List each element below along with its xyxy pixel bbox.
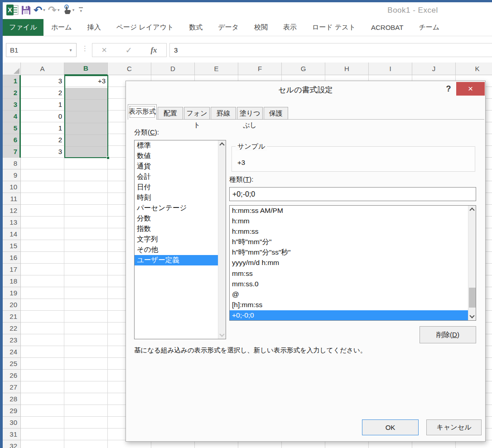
dialog-tab-1[interactable]: 配置	[158, 107, 183, 120]
confirm-entry-icon[interactable]: ✓	[125, 45, 132, 55]
format-item-4[interactable]: h"時"mm"分"ss"秒"	[230, 247, 468, 258]
ribbon-tab-8[interactable]: ACROBAT	[363, 19, 411, 36]
sheet-cell-B5[interactable]: +1	[64, 122, 108, 134]
row-header-19[interactable]: 19	[3, 287, 21, 299]
category-item-9[interactable]: 文字列	[135, 234, 218, 245]
touch-dropdown-icon[interactable]: ▾	[72, 8, 75, 12]
category-item-5[interactable]: 時刻	[135, 193, 218, 203]
format-item-6[interactable]: mm:ss	[230, 269, 468, 279]
row-header-26[interactable]: 26	[3, 370, 21, 381]
redo-dropdown-icon[interactable]: ▾	[58, 8, 60, 12]
category-scrollbar[interactable]	[218, 140, 226, 339]
dialog-tab-2[interactable]: フォント	[184, 107, 210, 120]
sheet-cell-B2[interactable]: +2	[64, 87, 108, 99]
column-header-C[interactable]: C	[108, 63, 151, 75]
scroll-down-icon[interactable]	[219, 332, 224, 337]
tab-file[interactable]: ファイル	[3, 19, 43, 36]
row-header-28[interactable]: 28	[3, 393, 21, 405]
column-header-I[interactable]: I	[369, 63, 412, 75]
category-item-4[interactable]: 日付	[135, 182, 218, 193]
column-header-H[interactable]: H	[325, 63, 369, 75]
cancel-button[interactable]: キャンセル	[426, 419, 482, 435]
row-header-15[interactable]: 15	[3, 240, 21, 252]
qat-customize-button[interactable]: ▾	[79, 7, 83, 13]
row-header-22[interactable]: 22	[3, 323, 21, 334]
ribbon-tab-7[interactable]: ロード テスト	[304, 19, 363, 36]
sheet-cell-A6[interactable]: 2	[21, 134, 64, 146]
dialog-tab-3[interactable]: 罫線	[211, 107, 236, 120]
format-item-3[interactable]: h"時"mm"分"	[230, 237, 468, 247]
touch-mode-button[interactable]: ▾	[63, 5, 75, 15]
row-header-18[interactable]: 18	[3, 275, 21, 287]
ribbon-tab-6[interactable]: 表示	[275, 19, 304, 36]
sheet-cell-A5[interactable]: 1	[21, 122, 64, 134]
column-header-B[interactable]: B	[64, 63, 108, 75]
row-header-31[interactable]: 31	[3, 429, 21, 440]
row-header-2[interactable]: 2	[3, 87, 21, 99]
category-item-0[interactable]: 標準	[135, 140, 218, 151]
sheet-cell-B6[interactable]: +2	[64, 134, 108, 146]
format-item-9[interactable]: [h]:mm:ss	[230, 300, 468, 310]
ribbon-tab-5[interactable]: 校閲	[246, 19, 275, 36]
sheet-cell-A3[interactable]: 1	[21, 99, 64, 111]
format-item-2[interactable]: h:mm:ss	[230, 226, 468, 237]
format-item-8[interactable]: @	[230, 289, 468, 300]
sheet-cell-B3[interactable]: +1	[64, 99, 108, 111]
format-item-5[interactable]: yyyy/m/d h:mm	[230, 258, 468, 268]
row-header-16[interactable]: 16	[3, 252, 21, 264]
ribbon-tab-1[interactable]: 挿入	[80, 19, 109, 36]
undo-dropdown-icon[interactable]: ▾	[43, 8, 45, 12]
row-header-25[interactable]: 25	[3, 358, 21, 370]
cancel-entry-icon[interactable]: ×	[101, 45, 107, 55]
column-header-G[interactable]: G	[282, 63, 325, 75]
category-listbox[interactable]: 標準数値通貨会計日付時刻パーセンテージ分数指数文字列その他ユーザー定義	[134, 140, 226, 339]
category-item-6[interactable]: パーセンテージ	[135, 203, 218, 213]
row-header-17[interactable]: 17	[3, 264, 21, 275]
format-item-0[interactable]: h:mm:ss AM/PM	[230, 206, 468, 216]
category-item-7[interactable]: 分数	[135, 213, 218, 224]
sheet-cell-B1[interactable]: +3	[64, 75, 108, 87]
scroll-up-icon[interactable]	[469, 207, 474, 212]
ribbon-tab-2[interactable]: ページ レイアウト	[109, 19, 182, 36]
formula-input[interactable]	[169, 43, 492, 57]
scroll-up-icon[interactable]	[219, 142, 224, 147]
row-header-11[interactable]: 11	[3, 193, 21, 205]
row-header-4[interactable]: 4	[3, 111, 21, 122]
column-header-E[interactable]: E	[195, 63, 238, 75]
ribbon-tab-4[interactable]: データ	[210, 19, 246, 36]
format-item-10[interactable]: +0;-0;0	[230, 310, 468, 321]
category-item-11[interactable]: ユーザー定義	[135, 255, 218, 265]
dialog-tab-0[interactable]: 表示形式	[128, 104, 157, 120]
column-header-F[interactable]: F	[238, 63, 282, 75]
sheet-cell-B7[interactable]: +3	[64, 146, 108, 158]
sheet-cell-A7[interactable]: 3	[21, 146, 64, 158]
scroll-down-icon[interactable]	[469, 313, 474, 318]
format-item-1[interactable]: h:mm	[230, 216, 468, 226]
row-header-32[interactable]: 32	[3, 440, 21, 448]
row-header-24[interactable]: 24	[3, 346, 21, 358]
row-header-6[interactable]: 6	[3, 134, 21, 146]
row-header-3[interactable]: 3	[3, 99, 21, 111]
format-listbox[interactable]: h:mm:ss AM/PMh:mmh:mm:ssh"時"mm"分"h"時"mm"…	[229, 205, 476, 321]
dialog-close-button[interactable]: ×	[456, 82, 485, 96]
name-box-arrow-icon[interactable]: ▾	[65, 48, 76, 53]
row-header-9[interactable]: 9	[3, 169, 21, 181]
undo-button[interactable]: ↶ ▾	[34, 4, 45, 16]
column-header-J[interactable]: J	[412, 63, 456, 75]
dialog-tab-4[interactable]: 塗りつぶし	[237, 107, 263, 120]
insert-function-icon[interactable]: fx	[150, 46, 157, 55]
category-item-10[interactable]: その他	[135, 245, 218, 255]
delete-button[interactable]: 削除(D)	[420, 326, 476, 343]
row-header-5[interactable]: 5	[3, 122, 21, 134]
name-box[interactable]: B1 ▾	[6, 43, 77, 57]
column-header-K[interactable]: K	[456, 63, 492, 75]
ribbon-tab-0[interactable]: ホーム	[43, 19, 80, 36]
row-header-20[interactable]: 20	[3, 299, 21, 311]
sheet-cell-B4[interactable]: 0	[64, 111, 108, 122]
sheet-cell-A1[interactable]: 3	[21, 75, 64, 87]
row-header-10[interactable]: 10	[3, 181, 21, 193]
row-header-27[interactable]: 27	[3, 381, 21, 393]
ok-button[interactable]: OK	[362, 419, 419, 435]
format-scrollbar-thumb[interactable]	[469, 288, 476, 308]
row-header-30[interactable]: 30	[3, 417, 21, 429]
